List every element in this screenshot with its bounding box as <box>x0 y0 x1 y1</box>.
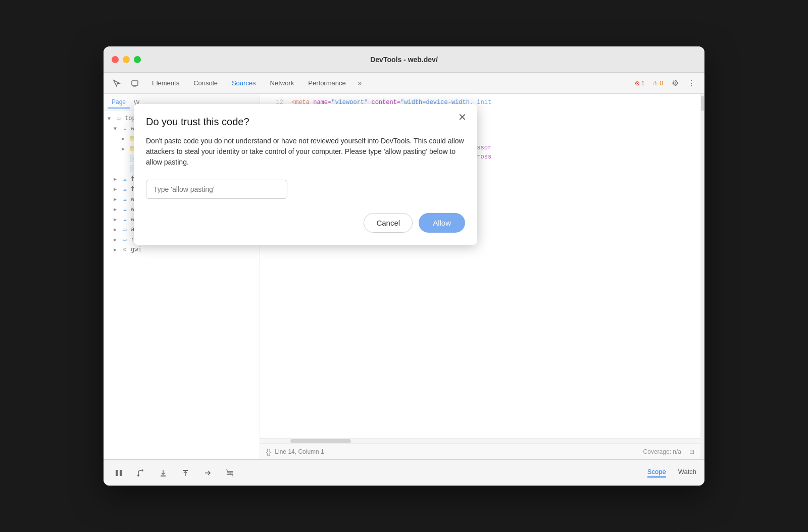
pause-icon[interactable] <box>112 466 126 480</box>
tab-console[interactable]: Console <box>187 77 224 89</box>
tab-sources[interactable]: Sources <box>226 77 262 89</box>
tab-elements[interactable]: Elements <box>146 77 185 89</box>
error-icon: ⊗ <box>635 80 640 87</box>
step-into-icon[interactable] <box>156 466 170 480</box>
tab-watch[interactable]: Watch <box>678 468 696 477</box>
trust-dialog: ✕ Do you trust this code? Don't paste co… <box>134 104 477 245</box>
dialog-title: Do you trust this code? <box>146 116 465 128</box>
bottom-tabs: Scope Watch <box>647 468 696 477</box>
bottom-icons <box>112 466 237 480</box>
more-tabs-button[interactable]: » <box>354 77 366 89</box>
close-button[interactable] <box>112 56 119 63</box>
inspect-icon[interactable] <box>110 76 124 90</box>
devtools-right-icons: ⊗ 1 ⚠ 0 ⚙ ⋮ <box>632 76 698 90</box>
device-icon[interactable] <box>128 76 142 90</box>
devtools-tabs-bar: Elements Console Sources Network Perform… <box>104 73 704 94</box>
titlebar: DevTools - web.dev/ <box>104 46 704 73</box>
svg-rect-2 <box>116 470 118 476</box>
svg-rect-5 <box>161 475 166 476</box>
maximize-button[interactable] <box>134 56 141 63</box>
tab-network[interactable]: Network <box>264 77 300 89</box>
cancel-button[interactable]: Cancel <box>364 213 413 233</box>
devtools-main: Page W ▼ ▭ top ▼ ☁ we ▶ 📁 <box>104 94 704 459</box>
minimize-button[interactable] <box>123 56 130 63</box>
svg-rect-1 <box>133 86 136 87</box>
warnings-badge[interactable]: ⚠ 0 <box>649 79 666 88</box>
errors-badge[interactable]: ⊗ 1 <box>632 79 648 88</box>
bottom-bar: Scope Watch <box>104 459 704 486</box>
dialog-overlay: ✕ Do you trust this code? Don't paste co… <box>104 94 704 459</box>
error-count: 1 <box>641 80 645 87</box>
dialog-body: Don't paste code you do not understand o… <box>146 136 465 168</box>
svg-rect-6 <box>183 470 188 471</box>
allow-pasting-input[interactable] <box>146 180 287 199</box>
svg-rect-0 <box>132 81 138 85</box>
window-controls <box>112 56 141 63</box>
warning-icon: ⚠ <box>652 80 658 87</box>
svg-point-4 <box>137 474 139 476</box>
step-out-icon[interactable] <box>178 466 192 480</box>
tab-scope[interactable]: Scope <box>647 468 666 477</box>
dialog-close-button[interactable]: ✕ <box>455 110 469 124</box>
step-icon[interactable] <box>200 466 215 480</box>
tab-performance[interactable]: Performance <box>302 77 351 89</box>
window-title: DevTools - web.dev/ <box>370 56 438 64</box>
allow-button[interactable]: Allow <box>419 213 465 233</box>
settings-icon[interactable]: ⚙ <box>668 76 682 90</box>
step-over-icon[interactable] <box>134 466 148 480</box>
more-options-icon[interactable]: ⋮ <box>684 76 698 90</box>
warning-count: 0 <box>660 80 663 87</box>
dialog-actions: Cancel Allow <box>146 213 465 233</box>
deactivate-breakpoints-icon[interactable] <box>223 466 237 480</box>
svg-rect-3 <box>120 470 122 476</box>
